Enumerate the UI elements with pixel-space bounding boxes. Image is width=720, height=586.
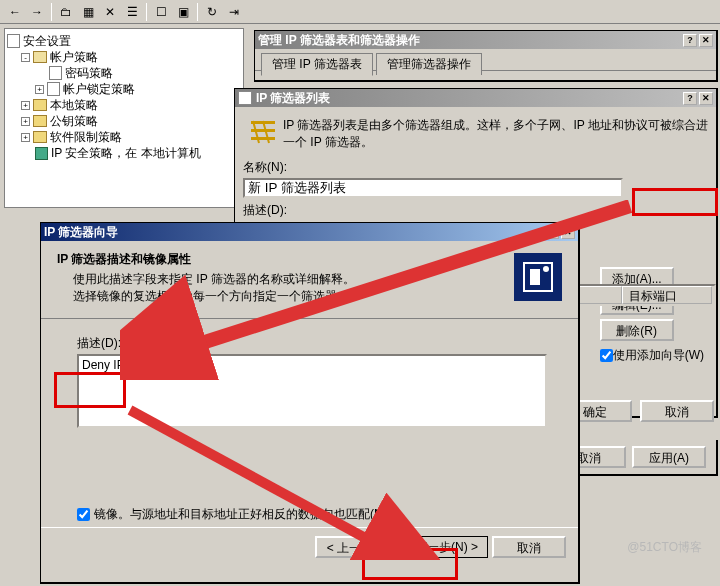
tool-icon[interactable]: ☰: [122, 2, 142, 22]
tree-password[interactable]: 密码策略: [65, 65, 113, 81]
manage-window: 管理 IP 筛选器表和筛选器操作 ? ✕ 管理 IP 筛选器表 管理筛选器操作: [254, 30, 718, 82]
svg-rect-2: [251, 137, 275, 140]
wizard-banner-icon: [514, 253, 562, 301]
wizard-dialog: IP 筛选器向导 ? ✕ IP 筛选器描述和镜像属性 使用此描述字段来指定 IP…: [40, 222, 580, 584]
wizard-header: IP 筛选器描述和镜像属性 使用此描述字段来指定 IP 筛选器的名称或详细解释。…: [41, 241, 578, 319]
folder-icon: [33, 99, 47, 111]
tool-icon[interactable]: ↻: [202, 2, 222, 22]
wizard-desc-label: 描述(D):: [77, 335, 558, 352]
name-input[interactable]: [243, 178, 623, 198]
tool-icon[interactable]: ☐: [151, 2, 171, 22]
close-button[interactable]: ✕: [699, 34, 713, 47]
tree-pubkey[interactable]: 公钥策略: [50, 113, 98, 129]
wizard-footer: < 上一步(B) 下一步(N) > 取消: [41, 527, 578, 566]
manage-title: 管理 IP 筛选器表和筛选器操作: [258, 32, 420, 49]
folder-icon: [33, 51, 47, 63]
wizard-body: 描述(D): Deny IP 镜像。与源地址和目标地址正好相反的数据包也匹配(M…: [41, 319, 578, 527]
wizard-desc-input[interactable]: Deny IP: [77, 354, 547, 428]
close-button[interactable]: ✕: [699, 92, 713, 105]
help-button[interactable]: ?: [683, 34, 697, 47]
folder-icon: [33, 131, 47, 143]
file-icon: [47, 82, 60, 96]
tool-icon[interactable]: ✕: [100, 2, 120, 22]
expand-icon[interactable]: +: [21, 117, 30, 126]
mirror-checkbox[interactable]: 镜像。与源地址和目标地址正好相反的数据包也匹配(M)。: [77, 506, 558, 523]
manage-tabs: 管理 IP 筛选器表 管理筛选器操作: [255, 49, 716, 71]
svg-rect-4: [530, 269, 540, 285]
tree-lockout[interactable]: 帐户锁定策略: [63, 81, 135, 97]
name-label: 名称(N):: [243, 159, 708, 176]
wizard-head-line2: 选择镜像的复选框来为每一个方向指定一个筛选器: [57, 288, 504, 305]
wizard-head-bold: IP 筛选器描述和镜像属性: [57, 251, 504, 268]
filter-cancel-button[interactable]: 取消: [640, 400, 714, 422]
up-icon[interactable]: 🗀: [56, 2, 76, 22]
wizard-head-line1: 使用此描述字段来指定 IP 筛选器的名称或详细解释。: [57, 271, 504, 288]
use-wizard-checkbox[interactable]: 使用添加向导(W): [600, 347, 704, 364]
wizard-title: IP 筛选器向导: [44, 224, 118, 241]
svg-point-5: [543, 266, 549, 272]
tree-ipsec[interactable]: IP 安全策略，在 本地计算机: [51, 145, 201, 161]
expand-icon[interactable]: +: [35, 85, 44, 94]
expand-icon[interactable]: +: [21, 133, 30, 142]
help-button[interactable]: ?: [683, 92, 697, 105]
collapse-icon[interactable]: -: [21, 53, 30, 62]
tool-icon[interactable]: ▣: [173, 2, 193, 22]
main-toolbar: ← → 🗀 ▦ ✕ ☰ ☐ ▣ ↻ ⇥: [0, 0, 720, 24]
desc-label: 描述(D):: [243, 202, 708, 219]
help-button[interactable]: ?: [545, 226, 559, 239]
tab-filter-list[interactable]: 管理 IP 筛选器表: [261, 53, 373, 76]
filter-list-desc: IP 筛选器列表是由多个筛选器组成。这样，多个子网、IP 地址和协议可被综合进一…: [283, 117, 708, 151]
security-tree[interactable]: 安全设置 -帐户策略 密码策略 +帐户锁定策略 +本地策略 +公钥策略 +软件限…: [4, 28, 244, 208]
tool-icon[interactable]: ▦: [78, 2, 98, 22]
file-icon: [49, 66, 62, 80]
tab-filter-action[interactable]: 管理筛选器操作: [376, 53, 482, 75]
next-button[interactable]: 下一步(N) >: [405, 536, 488, 558]
tree-account[interactable]: 帐户策略: [50, 49, 98, 65]
dialog-icon: [238, 91, 252, 105]
wizard-titlebar: IP 筛选器向导 ? ✕: [41, 223, 578, 241]
back-button[interactable]: ←: [5, 2, 25, 22]
close-button[interactable]: ✕: [561, 226, 575, 239]
use-wizard-input[interactable]: [600, 349, 613, 362]
ipsec-icon: [35, 147, 48, 160]
back-button[interactable]: < 上一步(B): [315, 536, 401, 558]
folder-icon: [33, 115, 47, 127]
manage-titlebar: 管理 IP 筛选器表和筛选器操作 ? ✕: [255, 31, 716, 49]
tool-icon[interactable]: ⇥: [224, 2, 244, 22]
tree-software[interactable]: 软件限制策略: [50, 129, 122, 145]
cancel-button[interactable]: 取消: [492, 536, 566, 558]
file-icon: [7, 34, 20, 48]
props-apply[interactable]: 应用(A): [632, 446, 706, 468]
filter-icon: [249, 117, 277, 145]
remove-button[interactable]: 删除(R): [600, 319, 674, 341]
expand-icon[interactable]: +: [21, 101, 30, 110]
col-dst[interactable]: 目标端口: [622, 286, 712, 304]
tree-root[interactable]: 安全设置: [23, 33, 71, 49]
filter-list-titlebar: IP 筛选器列表 ? ✕: [235, 89, 716, 107]
filter-list-title: IP 筛选器列表: [256, 90, 330, 107]
tree-local[interactable]: 本地策略: [50, 97, 98, 113]
forward-button[interactable]: →: [27, 2, 47, 22]
mirror-input[interactable]: [77, 508, 90, 521]
watermark: @51CTO博客: [627, 539, 702, 556]
